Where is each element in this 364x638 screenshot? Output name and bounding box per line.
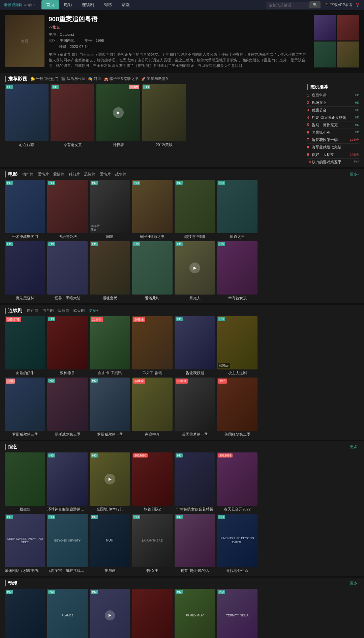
variety-card[interactable]: 2022051 春天艺合开2022 [217,452,257,512]
movie-card[interactable]: HD 幸有首女孩 [217,241,257,301]
series-name: 罗斯威尔第三季 [47,432,88,437]
sidebar-item-2[interactable]: 2 现场在上 HD [307,99,359,107]
variety-card[interactable]: HD 柯莱-鸡蛋·说的话 [175,514,215,573]
movie-card[interactable]: HD 怪兽：黑暗大陆 [47,241,88,301]
recommend-tab-1[interactable]: 🌟 千种引进热门 [30,76,58,81]
tab-scifi[interactable]: 科幻片 [67,171,81,177]
movie-card[interactable]: HD ▶ 月光人 [175,241,215,301]
series-card[interactable]: 13集全 美国往梦第一季 [175,378,215,437]
series-name: 美国往梦第一季 [175,432,215,437]
movie-card[interactable]: HD 球技与冲刺9 [175,180,215,239]
series-card[interactable]: HD 韩国SP 极主夫道剧 [217,316,257,376]
search-input[interactable] [266,2,310,8]
series-card[interactable]: 20集全 C/外工·剧讯 [132,316,173,376]
series-card[interactable]: 13集全 家庭中介 [132,378,173,437]
series-card[interactable]: 20集全 自由卡·工剧讯 [90,316,130,376]
variety-card[interactable]: HD 环球神合假假旅游第一季 [47,452,88,512]
movie-card[interactable]: HD 蝎子王5渐之书 [132,180,173,239]
variety-card[interactable]: 2022060 钢铁部队2 [132,452,173,512]
series-tab-2[interactable]: 港台剧 [41,308,55,313]
sidebar-item-8[interactable]: 8 海军蓝武绩七完结 [307,144,359,151]
nav-series[interactable]: 连续剧 [77,0,99,9]
series-tab-3[interactable]: 日韩剧 [57,308,70,313]
nav-variety[interactable]: 综艺 [99,0,117,9]
sidebar-item-1[interactable]: 1 鹿鼎争霸 HD [307,92,359,99]
series-card[interactable]: HD 告让我跌起 [175,316,215,376]
nav-home[interactable]: 首页 [41,0,59,9]
hero-thumb-2[interactable] [337,15,359,40]
rec-card-4[interactable]: HD 2012/美版 [142,84,186,166]
navbar: 老猫资源网 wcqh.cn 首页 电影 连续剧 综艺 动漫 🔍 📱 下载APP看… [0,0,364,10]
series-card[interactable]: 70集 罗斯威尔第三季 [5,378,45,437]
movie-more[interactable]: 更多+ [350,172,359,177]
sidebar-item-10[interactable]: 10 权力的游戏第五季 完结 [307,159,359,166]
search-button[interactable]: 🔍 [310,1,321,8]
hero-thumb-3[interactable] [314,41,336,67]
tab-love2[interactable]: 爱情片 [52,171,66,177]
anim-card[interactable]: 起死贵怒 [132,589,173,638]
rec-card-2[interactable]: HD 令有趣女孩 [51,84,94,166]
series-card[interactable]: 完结 美国往梦第二季 [217,378,257,437]
tab-action[interactable]: 动作片 [21,171,35,177]
series-tab-4[interactable]: 欧美剧 [72,308,86,313]
variety-name: 春天艺合开2022 [217,507,257,512]
movie-card[interactable]: HD 爱若此时 [132,241,173,301]
rec-card-3[interactable]: NOW ▶ 行行者 [96,84,140,166]
movie-card[interactable]: HD 法治与公法 [47,180,88,239]
nav-animation[interactable]: 动漫 [117,0,134,9]
nav-help[interactable]: ❓ [355,3,360,7]
variety-card[interactable]: 粉生史 [5,452,45,512]
animation-more[interactable]: 更多+ [350,581,359,586]
sidebar-item-7[interactable]: 7 迢梦花园第一季 12集全 [307,136,359,144]
sidebar-item-9[interactable]: 9 你好，大枯蓝 24集全 [307,151,359,159]
anim-card[interactable]: HD PLANES 飞机总动员 [47,589,88,638]
anim-card[interactable]: HD ▶ 机动战士·火线 [90,589,130,638]
recommend-tab-2[interactable]: 🎬 法治与公理 [61,76,85,81]
movie-name: 魔法黑森林 [5,296,45,301]
sidebar-item-4[interactable]: 4 扎龙-奈束赤正义联盟 HD [307,114,359,121]
anim-card[interactable]: HD TERNITY NINJA 彩虹忍者 [217,589,257,638]
series-more[interactable]: 更多+ [88,308,100,313]
variety-card[interactable]: HD LA PANTHERE 豹·女主 [132,514,173,573]
tab-love3[interactable]: 爱情片 [98,171,112,177]
movie-card[interactable]: HD 魔法黑森林 [5,241,45,301]
variety-card[interactable]: HD 宁幸传统女孩合着特辑 [175,452,215,512]
variety-card[interactable]: HD NUIT 夜与画 [90,514,130,573]
series-tab-1[interactable]: 国产剧 [26,308,39,313]
series-card[interactable]: HD 罗斯威尔第一季 [90,378,130,437]
series-name: 家庭中介 [132,432,173,437]
variety-card[interactable]: HD ▶ 全国地·伊帝行刊 [90,452,130,512]
tab-love[interactable]: 爱情片 [36,171,50,177]
sidebar-item-3[interactable]: 3 优魔公会 HD [307,107,359,114]
nav-movie[interactable]: 电影 [59,0,77,9]
series-card[interactable]: HD 致种挣杀 [47,316,88,376]
anim-card[interactable]: HD FAMILY GUY 恶搞之家第二十季 [175,589,215,638]
variety-card[interactable]: HD BEYOND INFINITY 飞向宇宙：疯狂挑战的旅程 [47,514,88,573]
tab-war[interactable]: 战争片 [114,171,128,177]
recommend-tab-5[interactable]: 🚀 速度与激情9 [141,76,168,81]
movie-card[interactable]: HD 招魂套餐 [90,241,130,301]
sidebar-item-5[interactable]: 5 告别：德鲁克克 HD [307,121,359,129]
series-card[interactable]: 新剧S7集 肉卷的奶牛 [5,316,45,376]
nav-download[interactable]: 📱 下载APP看看 [325,2,353,7]
series-card[interactable]: HD 罗斯威尔第三季 [47,378,88,437]
search-bar: 🔍 [266,1,321,8]
variety-name: 飞向宇宙：疯狂挑战的旅程 [47,568,88,573]
variety-name: 寻找地外生命 [217,568,257,573]
recommend-tab-4[interactable]: 🎪 骗子王5·荒唤之书 [104,76,139,81]
hero-thumb-4[interactable] [337,41,359,67]
movie-card[interactable]: HD 国道之王 [217,180,257,239]
hero-thumb-1[interactable] [314,15,336,40]
rec-card-1[interactable]: HD 心在缺弃 [5,84,49,166]
rec-card-3-name: 行行者 [96,142,140,147]
tab-horror[interactable]: 恐怖片 [83,171,97,177]
variety-more[interactable]: 更多+ [350,444,359,449]
recommend-tab-3[interactable]: 🎭 河道 [88,76,101,81]
movie-card[interactable]: HD 同道 动作片 同道 [90,180,130,239]
hero-subtitle[interactable]: 22集全 [49,25,310,30]
movie-card[interactable]: HD 千术决战赌客门 [5,180,45,239]
variety-card[interactable]: HD FINDING LIFE BEYOND EARTH 寻找地外生命 [217,514,257,573]
variety-card[interactable]: HD KEEP SWEET, PRAY AND OBEY 亲缘剧话：邪教中的新娘 [5,514,45,573]
anim-card[interactable]: HD 所矛之家 [5,589,45,638]
sidebar-item-6[interactable]: 6 老鹰抓小鸡 HD [307,129,359,136]
